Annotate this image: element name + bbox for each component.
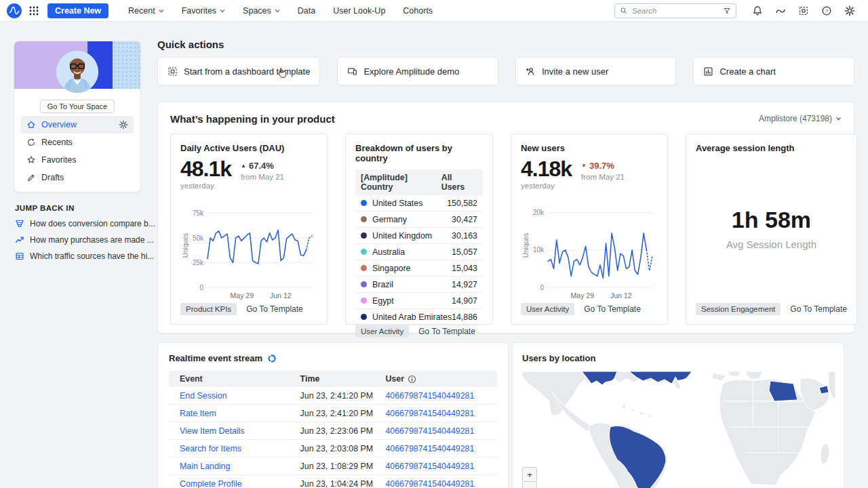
event-user-id-link[interactable]: 4066798741540449281 xyxy=(385,479,497,488)
map-zoom-out-button[interactable]: − xyxy=(522,483,537,488)
search-input[interactable] xyxy=(632,7,719,15)
notifications-bell-icon[interactable] xyxy=(752,5,763,16)
events-card-title: Realtime event stream xyxy=(169,353,262,363)
country-row: United States150,582 xyxy=(355,195,483,211)
event-user-id-link[interactable]: 4066798741540449281 xyxy=(385,444,497,453)
sidebar-item-favorites[interactable]: Favorites xyxy=(21,151,134,169)
sidebar-item-drafts[interactable]: Drafts xyxy=(21,169,134,186)
quick-action-create-chart[interactable]: Create a chart xyxy=(693,57,854,85)
country-name: Singapore xyxy=(372,264,452,273)
main-content: Quick actions Start from a dashboard tem… xyxy=(157,27,854,333)
svg-text:May 29: May 29 xyxy=(231,291,254,300)
table-chart-icon xyxy=(15,251,24,261)
jump-back-item-conversion[interactable]: How does conversion compare b... xyxy=(15,219,140,228)
nav-item-data[interactable]: Data xyxy=(289,0,324,22)
event-name-link[interactable]: Complete Profile xyxy=(169,479,300,488)
quick-action-explore-demo[interactable]: Explore Amplitude demo xyxy=(337,57,498,85)
country-users-value: 15,057 xyxy=(452,247,477,257)
create-new-button[interactable]: Create New xyxy=(47,3,108,18)
event-name-link[interactable]: Main Landing xyxy=(169,462,300,471)
country-users-value: 14,907 xyxy=(452,296,477,306)
event-time: Jun 23, 2:41:20 PM xyxy=(300,409,386,418)
chevron-down-icon xyxy=(275,9,280,13)
go-to-your-space-button[interactable]: Go To Your Space xyxy=(40,100,115,113)
demo-devices-icon xyxy=(347,66,357,77)
country-color-dot xyxy=(361,216,367,222)
quick-actions-row: Start from a dashboard template Explore … xyxy=(157,57,854,85)
svg-text:Jun 12: Jun 12 xyxy=(270,291,292,300)
settings-gear-icon[interactable] xyxy=(844,5,855,16)
dau-go-to-template-link[interactable]: Go To Template xyxy=(246,304,303,314)
session-go-to-template-link[interactable]: Go To Template xyxy=(790,304,847,314)
sidebar-item-recents[interactable]: Recents xyxy=(21,134,134,151)
info-icon[interactable] xyxy=(408,375,416,384)
country-go-to-template-link[interactable]: Go To Template xyxy=(418,327,475,336)
world-map-canvas[interactable] xyxy=(522,371,835,488)
country-color-dot xyxy=(361,249,367,255)
top-nav-bar: Create New Recent Favorites Spaces Data … xyxy=(0,0,868,22)
jump-back-item-label: Which traffic sources have the hi... xyxy=(30,251,154,261)
nav-label: User Look-Up xyxy=(333,6,385,16)
country-row: United Arab Emirates14,886 xyxy=(355,309,483,325)
country-users-value: 30,427 xyxy=(452,215,477,224)
country-row: Singapore15,043 xyxy=(355,260,483,277)
project-selector[interactable]: Amplistore (473198) xyxy=(759,114,842,123)
chart-svg: 010k20kUniquesMay 29Jun 12 xyxy=(521,199,658,301)
amplitude-logo-icon[interactable] xyxy=(7,3,22,18)
new-users-go-to-template-link[interactable]: Go To Template xyxy=(584,304,641,314)
nav-item-favorites[interactable]: Favorites xyxy=(173,0,234,22)
templates-icon[interactable] xyxy=(798,5,809,16)
svg-text:Uniques: Uniques xyxy=(522,233,530,258)
country-name: United States xyxy=(372,199,447,208)
country-color-dot xyxy=(361,298,367,304)
quick-actions-title: Quick actions xyxy=(157,39,854,50)
country-row: Germany30,427 xyxy=(355,211,483,228)
sidebar-item-label: Favorites xyxy=(41,155,76,165)
user-column-header: User xyxy=(385,374,404,384)
chart-svg: 025k50k75kUniquesMay 29Jun 12 xyxy=(180,199,317,301)
event-name-link[interactable]: Search for Items xyxy=(169,444,300,453)
event-name-link[interactable]: End Session xyxy=(169,391,300,401)
nav-item-recent[interactable]: Recent xyxy=(119,0,173,22)
event-row: End SessionJun 23, 2:41:20 PM40667987415… xyxy=(169,387,497,405)
svg-text:20k: 20k xyxy=(533,209,545,216)
sidebar-menu: Overview Recents Favori xyxy=(21,116,134,186)
search-box xyxy=(614,3,736,18)
map-zoom-in-button[interactable]: + xyxy=(522,467,537,482)
event-name-link[interactable]: View Item Details xyxy=(169,426,300,436)
jump-back-item-traffic[interactable]: Which traffic sources have the hi... xyxy=(15,251,140,261)
event-user-id-link[interactable]: 4066798741540449281 xyxy=(385,391,497,401)
jump-back-item-purchases[interactable]: How many purchases are made ... xyxy=(15,235,140,245)
nav-item-cohorts[interactable]: Cohorts xyxy=(394,0,441,22)
event-time: Jun 23, 2:41:20 PM xyxy=(300,391,386,401)
sidebar-item-overview[interactable]: Overview xyxy=(21,116,134,134)
new-users-card-title: New users xyxy=(521,143,658,153)
svg-text:May 29: May 29 xyxy=(571,291,595,300)
event-name-link[interactable]: Rate Item xyxy=(169,409,300,418)
event-user-id-link[interactable]: 4066798741540449281 xyxy=(385,426,497,436)
search-filter-icon[interactable] xyxy=(723,7,731,15)
overview-settings-gear-icon[interactable] xyxy=(119,120,128,129)
journeys-icon[interactable] xyxy=(775,5,786,16)
event-row: Rate ItemJun 23, 2:41:20 PM4066798741540… xyxy=(169,405,497,422)
event-user-id-link[interactable]: 4066798741540449281 xyxy=(385,409,497,418)
event-user-id-link[interactable]: 4066798741540449281 xyxy=(385,462,497,471)
nav-item-spaces[interactable]: Spaces xyxy=(234,0,289,22)
quick-action-dashboard-template[interactable]: Start from a dashboard template xyxy=(157,57,320,85)
help-icon[interactable]: ? xyxy=(821,5,832,16)
delta-arrow-icon: ▼ xyxy=(581,163,587,169)
country-table: [Amplitude] Country All Users United Sta… xyxy=(355,169,483,325)
country-table-header: [Amplitude] Country All Users xyxy=(355,169,483,195)
dau-delta: ▲ 67.4% xyxy=(241,161,284,171)
session-card-title: Average session length xyxy=(696,143,847,153)
country-row: Brazil14,927 xyxy=(355,277,483,293)
nav-item-user-lookup[interactable]: User Look-Up xyxy=(324,0,394,22)
jump-back-item-label: How many purchases are made ... xyxy=(30,235,154,245)
apps-grid-icon[interactable] xyxy=(28,5,39,16)
dau-delta-from: from May 21 xyxy=(241,173,284,181)
country-color-dot xyxy=(361,281,367,287)
create-chart-icon xyxy=(703,66,713,77)
quick-action-invite-user[interactable]: Invite a new user xyxy=(515,57,677,85)
dau-card: Daily Active Users (DAU) 48.1k yesterday… xyxy=(170,134,328,325)
users-column-header: All Users xyxy=(441,173,477,192)
